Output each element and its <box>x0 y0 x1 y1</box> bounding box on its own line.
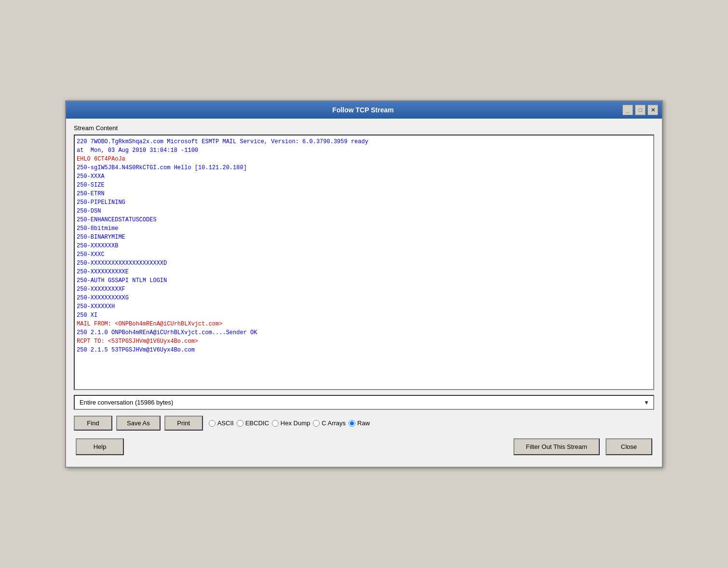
stream-line: 250-PIPELINING <box>77 198 651 207</box>
stream-line: 250 XI <box>77 311 651 320</box>
radio-input-ebcdic[interactable] <box>237 420 243 427</box>
stream-content-label: Stream Content <box>74 124 654 132</box>
radio-input-hex_dump[interactable] <box>272 420 279 427</box>
stream-line: 250-ENHANCEDSTATUSCODES <box>77 216 651 224</box>
radio-option-ebcdic[interactable]: EBCDIC <box>237 419 269 427</box>
find-button[interactable]: Find <box>74 416 112 431</box>
stream-line: 250-DSN <box>77 207 651 216</box>
stream-line: 250-sgIW5JB4.N4S0RkCTGI.com Hello [10.12… <box>77 163 651 172</box>
window-title: Follow TCP Stream <box>104 106 622 114</box>
stream-line: 250-XXXXXXXXXXXXXXXXXXXXXD <box>77 259 651 268</box>
stream-line: 250-AUTH GSSAPI NTLM LOGIN <box>77 276 651 285</box>
conversation-select-wrapper: Entire conversation (15986 bytes) <box>74 395 654 410</box>
stream-line: EHLO 6CT4PAoJa <box>77 155 651 163</box>
follow-tcp-stream-window: Follow TCP Stream _ □ ✕ Stream Content 2… <box>65 100 663 468</box>
maximize-button[interactable]: □ <box>635 105 646 115</box>
help-button[interactable]: Help <box>76 438 124 455</box>
conversation-select[interactable]: Entire conversation (15986 bytes) <box>74 395 654 410</box>
radio-option-raw[interactable]: Raw <box>349 419 370 427</box>
radio-option-ascii[interactable]: ASCII <box>209 419 234 427</box>
stream-line: 220 7WOBO.TgRkmShqa2x.com Microsoft ESMT… <box>77 137 651 155</box>
radio-label-ascii: ASCII <box>217 419 234 427</box>
conversation-dropdown-row: Entire conversation (15986 bytes) <box>74 395 654 410</box>
minimize-button[interactable]: _ <box>622 105 633 115</box>
bottom-right-buttons: Filter Out This Stream Close <box>513 438 652 455</box>
titlebar: Follow TCP Stream _ □ ✕ <box>66 101 662 119</box>
radio-label-c_arrays: C Arrays <box>322 419 346 427</box>
close-button[interactable]: ✕ <box>647 105 658 115</box>
stream-line: 250-XXXC <box>77 250 651 259</box>
radio-input-raw[interactable] <box>349 420 355 427</box>
stream-content-box[interactable]: 220 7WOBO.TgRkmShqa2x.com Microsoft ESMT… <box>74 135 654 390</box>
stream-line: 250-SIZE <box>77 181 651 189</box>
stream-line: 250-XXXXXXXXXF <box>77 285 651 294</box>
radio-option-hex_dump[interactable]: Hex Dump <box>272 419 310 427</box>
radio-label-ebcdic: EBCDIC <box>245 419 269 427</box>
buttons-row: Find Save As Print ASCIIEBCDICHex DumpC … <box>74 416 654 431</box>
radio-label-hex_dump: Hex Dump <box>281 419 310 427</box>
stream-line: 250-BINARYMIME <box>77 233 651 242</box>
stream-line: 250-XXXXXXXXXXG <box>77 294 651 302</box>
stream-line: 250-XXXA <box>77 172 651 181</box>
stream-line: 250 2.1.5 53TPGSJHVm@1V6Uyx4Bo.com <box>77 346 651 354</box>
stream-line: 250-XXXXXXXB <box>77 242 651 250</box>
stream-line: 250 2.1.0 ONPBoh4mREnA@iCUrhBLXvjct.com.… <box>77 328 651 337</box>
stream-line: 250-ETRN <box>77 189 651 198</box>
radio-input-ascii[interactable] <box>209 420 216 427</box>
stream-line: 250-8bitmime <box>77 224 651 233</box>
titlebar-buttons: _ □ ✕ <box>622 105 658 115</box>
radio-label-raw: Raw <box>357 419 370 427</box>
radio-option-c_arrays[interactable]: C Arrays <box>313 419 346 427</box>
stream-line: 250-XXXXXXXXXXE <box>77 268 651 276</box>
radio-input-c_arrays[interactable] <box>313 420 320 427</box>
save-as-button[interactable]: Save As <box>116 416 161 431</box>
stream-line: RCPT TO: <53TPGSJHVm@1V6Uyx4Bo.com> <box>77 337 651 346</box>
stream-line: MAIL FROM: <ONPBoh4mREnA@iCUrhBLXvjct.co… <box>77 320 651 328</box>
close-dialog-button[interactable]: Close <box>606 438 652 455</box>
encoding-radio-group: ASCIIEBCDICHex DumpC ArraysRaw <box>209 419 370 427</box>
print-button[interactable]: Print <box>164 416 203 431</box>
stream-line: 250-XXXXXXH <box>77 302 651 311</box>
bottom-row: Help Filter Out This Stream Close <box>74 438 654 455</box>
content-area: Stream Content 220 7WOBO.TgRkmShqa2x.com… <box>66 119 662 467</box>
filter-out-button[interactable]: Filter Out This Stream <box>513 438 600 455</box>
